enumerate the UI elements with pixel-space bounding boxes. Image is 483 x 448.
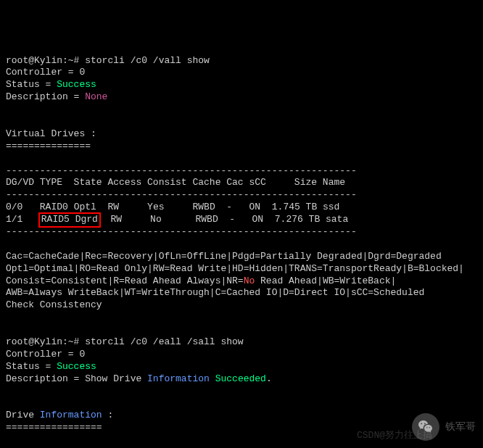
dashline: ----------------------------------------… [6, 165, 357, 176]
dashline: ----------------------------------------… [6, 189, 357, 200]
legend-line: AWB=Always WriteBack|WT=WriteThrough|C=C… [6, 287, 424, 298]
controller-line: Controller = 0 [6, 67, 85, 78]
legend-line: Consist=Consistent|R=Read Ahead Always|N… [6, 275, 396, 286]
terminal-output: root@Kylin:~# storcli /c0 /vall show Con… [6, 55, 477, 448]
vd-row: 1/1 RAID5 Dgrd RW No RWBD - ON 7.276 TB … [6, 214, 348, 225]
status-line: Status = Success [6, 361, 96, 372]
description-line: Description = Show Drive Information Suc… [6, 373, 272, 384]
degraded-highlight: RAID5 Dgrd [38, 212, 101, 228]
legend-line: Check Consistency [6, 299, 102, 310]
drive-title: Drive Information : [6, 410, 113, 420]
divider: ================= [6, 422, 102, 433]
vd-row: 0/0 RAID0 Optl RW Yes RWBD - ON 1.745 TB… [6, 202, 339, 212]
prompt: root@Kylin:~# [6, 336, 85, 347]
command: storcli /c0 /eall /sall show [85, 336, 243, 347]
legend-line: Cac=CacheCade|Rec=Recovery|OfLn=OffLine|… [6, 251, 442, 262]
vd-header: DG/VD TYPE State Access Consist Cache Ca… [6, 177, 345, 188]
watermark-text: 铁军哥 [445, 420, 476, 434]
prompt: root@Kylin:~# [6, 55, 85, 66]
divider: =============== [6, 141, 91, 152]
description-line: Description = None [6, 91, 107, 102]
dashline: ----------------------------------------… [6, 226, 357, 237]
command: storcli /c0 /vall show [85, 55, 210, 66]
status-line: Status = Success [6, 79, 96, 90]
controller-line: Controller = 0 [6, 349, 85, 360]
vd-title: Virtual Drives : [6, 128, 96, 139]
watermark-csdn: CSDN@努力往上搞 [357, 430, 432, 442]
legend-line: Optl=Optimal|RO=Read Only|RW=Read Write|… [6, 263, 464, 274]
